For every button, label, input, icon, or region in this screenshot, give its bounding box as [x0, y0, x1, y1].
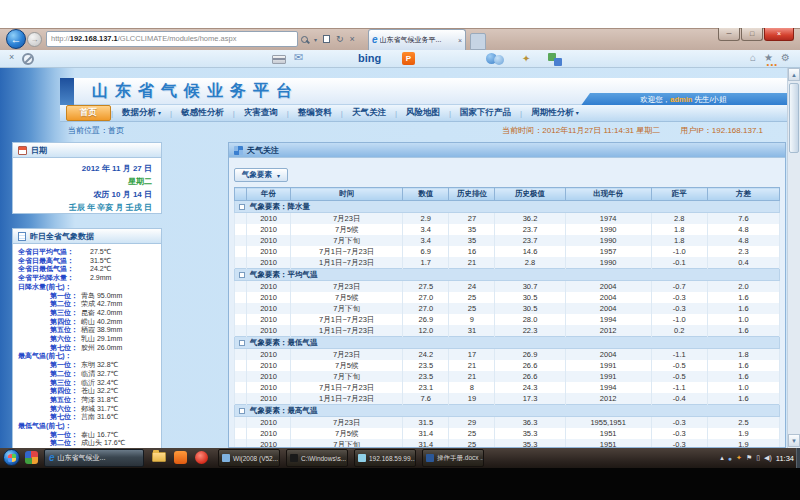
table-cell: 2010	[247, 360, 291, 371]
table-cell: 4.8	[707, 235, 779, 246]
explorer-folder-icon[interactable]	[152, 452, 166, 462]
tray-update-icon[interactable]: ✦	[736, 454, 742, 462]
table-cell: 2010	[247, 292, 291, 303]
minimize-button[interactable]: ─	[718, 28, 740, 41]
menu-item-5[interactable]: 天气关注	[343, 106, 395, 120]
webpage: 山东省气候业务平台 欢迎您，admin 先生/小姐 首页|数据分析▾|敏感性分析…	[0, 68, 800, 448]
table-cell: 1月1日~7月23日	[291, 257, 403, 269]
refresh-icon[interactable]: ↻	[336, 34, 344, 44]
table-cell: 2012	[565, 325, 651, 337]
stat-value: 27.5℃	[90, 248, 112, 257]
table-cell: 26.9	[403, 314, 449, 325]
home-icon[interactable]: ⌂	[750, 51, 756, 65]
menu-item-7[interactable]: 国家下行产品	[451, 106, 520, 120]
taskbar-button-label: 192.168.59.99...	[369, 455, 416, 462]
table-cell: 2012	[565, 393, 651, 405]
table-cell: 26.6	[495, 371, 565, 382]
menu-item-1[interactable]: 数据分析▾	[113, 106, 170, 120]
expand-icon[interactable]	[239, 408, 245, 414]
table-row: 20107月5候31.42535.31951-0.31.9	[235, 428, 780, 439]
calendar-weekday: 星期二	[13, 175, 152, 188]
element-filter-button[interactable]: 气象要素 ▾	[234, 168, 288, 182]
card-icon[interactable]	[272, 55, 286, 64]
scroll-up-icon[interactable]: ▲	[788, 68, 800, 81]
stop-icon[interactable]: ×	[350, 34, 355, 44]
scroll-down-icon[interactable]: ▼	[788, 434, 800, 447]
rank-line: 第七位：莒南 31.6℃	[18, 413, 156, 422]
table-cell: 28.0	[495, 314, 565, 325]
show-desktop-button[interactable]	[796, 448, 800, 468]
compatibility-icon[interactable]	[323, 35, 330, 43]
table-row: 20107月1日~7月23日23.1824.31994-1.11.0	[235, 382, 780, 393]
table-cell: 1.0	[707, 382, 779, 393]
action-center-flag-icon[interactable]: ⚑	[746, 454, 752, 462]
table-section-row[interactable]: 气象要素：最高气温	[235, 405, 780, 417]
expand-icon[interactable]	[239, 340, 245, 346]
active-window-label: 山东省气候业...	[58, 453, 106, 463]
tab-close-icon[interactable]: ×	[458, 37, 462, 44]
start-button[interactable]	[3, 449, 20, 466]
addon-close-icon[interactable]: ×	[9, 52, 14, 62]
rank-label: 第四位：	[18, 387, 78, 396]
table-header-cell: 方差	[707, 188, 779, 201]
menu-bar-items: 首页|数据分析▾|敏感性分析|灾害查询|整编资料|天气关注|风险地图|国家下行产…	[60, 105, 787, 122]
taskbar-button-icon	[222, 454, 230, 462]
table-header-cell: 出现年份	[565, 188, 651, 201]
address-bar[interactable]: http://192.168.137.1/GLCCLIMATE/modules/…	[46, 31, 298, 47]
taskbar-button-0[interactable]: Wi(2008 (V52...	[218, 449, 280, 467]
table-cell: 2010	[247, 382, 291, 393]
expand-icon[interactable]	[239, 272, 245, 278]
taskbar-button-2[interactable]: 192.168.59.99...	[354, 449, 416, 467]
plugin-icon-star[interactable]: ✦	[522, 53, 530, 64]
table-section-row[interactable]: 气象要素：降水量	[235, 201, 780, 213]
table-cell: 7月1日~7月23日	[291, 246, 403, 257]
back-icon[interactable]: ←	[6, 29, 26, 49]
vertical-scrollbar[interactable]: ▲ ▼	[787, 68, 800, 448]
table-cell: 1951	[565, 428, 651, 439]
gear-icon[interactable]: ⚙	[781, 51, 790, 65]
more-options-icon[interactable]: •••	[767, 60, 778, 69]
chevron-down-icon[interactable]: ▾	[314, 36, 317, 43]
expand-icon[interactable]	[239, 204, 245, 210]
menu-item-2[interactable]: 敏感性分析	[172, 106, 233, 120]
rank-label: 第二位：	[18, 300, 78, 309]
new-tab-button[interactable]	[470, 33, 486, 50]
taskbar-button-icon	[426, 454, 434, 462]
table-section-row[interactable]: 气象要素：最低气温	[235, 337, 780, 349]
mail-icon[interactable]: ✉	[294, 51, 303, 64]
menu-item-4[interactable]: 整编资料	[289, 106, 341, 120]
table-cell: -1.0	[651, 314, 707, 325]
tray-app-icon[interactable]: ●	[728, 455, 732, 462]
table-header-cell: 历史极值	[495, 188, 565, 201]
bing-logo[interactable]: bing	[358, 52, 381, 64]
menu-item-8[interactable]: 周期性分析▾	[522, 106, 588, 120]
table-cell: 1月1日~7月23日	[291, 393, 403, 405]
clock[interactable]: 11:34	[776, 454, 794, 463]
blocked-icon[interactable]	[22, 53, 34, 65]
table-cell: 8	[449, 382, 495, 393]
menu-item-6[interactable]: 风险地图	[397, 106, 449, 120]
show-hidden-icons[interactable]: ▴	[720, 454, 724, 462]
table-section-row[interactable]: 气象要素：平均气温	[235, 269, 780, 281]
welcome-username: admin	[670, 95, 692, 104]
table-cell: 1.8	[651, 235, 707, 246]
search-icon[interactable]	[301, 36, 308, 43]
menu-item-0[interactable]: 首页	[66, 105, 111, 121]
maximize-button[interactable]: □	[741, 28, 763, 41]
network-icon[interactable]: ▯	[756, 454, 760, 462]
media-player-icon[interactable]	[195, 451, 208, 464]
taskbar-button-3[interactable]: 操作手册.docx ...	[422, 449, 484, 467]
menu-item-3[interactable]: 灾害查询	[235, 106, 287, 120]
close-button[interactable]: ×	[764, 28, 794, 41]
scrollbar-thumb[interactable]	[789, 83, 799, 153]
pinned-app-icon[interactable]	[174, 451, 187, 464]
taskbar-button-1[interactable]: C:\Windows\s...	[286, 449, 348, 467]
taskbar-active-window[interactable]: e 山东省气候业...	[44, 449, 144, 467]
forward-icon[interactable]: →	[27, 32, 42, 47]
plugin-icon-orange[interactable]: P	[402, 52, 415, 65]
browser-tab[interactable]: e 山东省气候业务平... ×	[368, 29, 466, 50]
table-cell: 2004	[565, 349, 651, 361]
taskbar-app-icon[interactable]	[25, 451, 38, 464]
table-cell: -1.1	[651, 382, 707, 393]
volume-icon[interactable]: ◀)	[764, 454, 772, 462]
